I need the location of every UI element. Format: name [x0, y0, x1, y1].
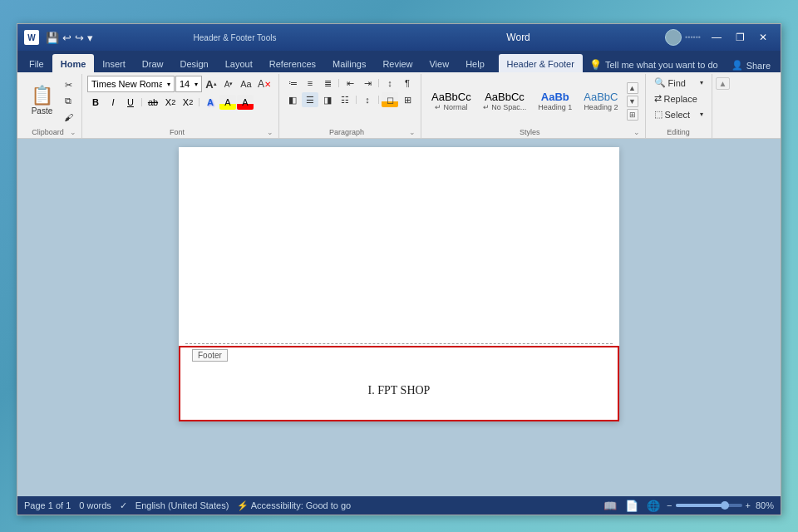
superscript-button[interactable]: X2: [180, 95, 196, 110]
page-content[interactable]: [179, 147, 619, 347]
tab-review[interactable]: Review: [374, 54, 421, 72]
bold-button[interactable]: B: [87, 95, 104, 110]
person-icon: 👤: [732, 60, 743, 71]
borders-button[interactable]: ⊞: [399, 92, 416, 107]
select-button[interactable]: ⬚ Select ▾: [651, 107, 707, 121]
paragraph-group: ≔ ≡ ≣ ⇤ ⇥ ↕ ¶ ◧ ☰ ◨ ☷ ↕: [279, 74, 421, 138]
replace-label: Replace: [664, 94, 697, 104]
find-button[interactable]: 🔍 Find ▾: [651, 76, 707, 90]
tab-view[interactable]: View: [421, 54, 457, 72]
highlight-button[interactable]: A: [219, 95, 236, 110]
numbering-button[interactable]: ≡: [302, 76, 318, 91]
justify-button[interactable]: ☷: [337, 92, 353, 107]
tab-draw[interactable]: Draw: [134, 54, 172, 72]
styles-dialog-launcher[interactable]: ⌄: [633, 128, 640, 136]
zoom-minus-button[interactable]: −: [667, 500, 672, 510]
cut-button[interactable]: ✂: [60, 78, 76, 93]
styles-expand[interactable]: ⊞: [627, 109, 638, 121]
footer-inner[interactable]: I. FPT SHOP: [180, 362, 618, 420]
page-count[interactable]: Page 1 of 1: [24, 500, 71, 510]
accessibility-status[interactable]: ⚡ Accessibility: Good to go: [237, 500, 351, 511]
font-size-selector[interactable]: 14 ▾: [175, 76, 202, 92]
shading-button[interactable]: ◻: [382, 92, 398, 107]
tab-insert[interactable]: Insert: [94, 54, 134, 72]
find-dropdown-icon: ▾: [700, 79, 703, 86]
read-mode-button[interactable]: 📖: [602, 499, 618, 512]
undo-button[interactable]: ↩: [62, 32, 71, 44]
replace-button[interactable]: ⇄ Replace: [651, 91, 707, 106]
web-layout-button[interactable]: 🌐: [645, 499, 662, 512]
italic-button[interactable]: I: [105, 95, 121, 110]
font-row2: B I U ab X2 X2 A A A: [87, 95, 273, 110]
styles-scroll-up[interactable]: ▲: [627, 82, 638, 94]
sort-button[interactable]: ↕: [382, 76, 398, 91]
minimize-button[interactable]: —: [706, 29, 727, 46]
text-effects-button[interactable]: A: [202, 95, 219, 110]
para-row1: ≔ ≡ ≣ ⇤ ⇥ ↕ ¶: [284, 76, 416, 91]
ribbon-collapse-button[interactable]: ▲: [716, 77, 731, 90]
para-dialog-launcher[interactable]: ⌄: [409, 128, 416, 136]
tab-design[interactable]: Design: [171, 54, 216, 72]
text-color-button[interactable]: A: [237, 95, 254, 110]
save-button[interactable]: 💾: [46, 32, 59, 44]
tab-file[interactable]: File: [21, 54, 52, 72]
underline-button[interactable]: U: [122, 95, 139, 110]
copy-button[interactable]: ⧉: [60, 94, 76, 109]
tab-help[interactable]: Help: [457, 54, 493, 72]
line-spacing-button[interactable]: ↕: [359, 92, 376, 107]
profile-avatar[interactable]: [665, 29, 682, 46]
align-center-button[interactable]: ☰: [302, 92, 318, 107]
word-icon: W: [24, 30, 39, 45]
share-button[interactable]: Share: [746, 61, 771, 71]
style-heading2[interactable]: AaBbC Heading 2: [579, 89, 623, 114]
title-bar-left: W 💾 ↩ ↪ ▾: [24, 30, 93, 45]
align-left-button[interactable]: ◧: [284, 92, 301, 107]
tab-header-footer[interactable]: Header & Footer: [499, 54, 583, 72]
bullets-button[interactable]: ≔: [284, 76, 301, 91]
strikethrough-button[interactable]: ab: [145, 95, 161, 110]
format-painter-button[interactable]: 🖌: [60, 110, 76, 125]
style-no-spacing[interactable]: AaBbCc ↵ No Spac...: [478, 89, 532, 114]
word-count[interactable]: 0 words: [79, 500, 111, 510]
clipboard-label: Clipboard: [26, 126, 70, 138]
language-indicator[interactable]: English (United States): [135, 500, 229, 510]
change-case-button[interactable]: Aa: [238, 76, 254, 91]
redo-button[interactable]: ↪: [75, 32, 84, 44]
tab-references[interactable]: References: [261, 54, 324, 72]
styles-scroll-down[interactable]: ▼: [627, 96, 638, 107]
restore-button[interactable]: ❐: [729, 29, 751, 46]
tab-layout[interactable]: Layout: [217, 54, 261, 72]
tab-home[interactable]: Home: [52, 54, 95, 72]
zoom-plus-button[interactable]: +: [746, 500, 751, 510]
font-label-row: Font ⌄: [87, 126, 273, 138]
multilevel-button[interactable]: ≣: [319, 76, 336, 91]
zoom-level[interactable]: 80%: [756, 500, 774, 510]
font-dialog-launcher[interactable]: ⌄: [267, 128, 273, 136]
status-bar: Page 1 of 1 0 words ✓ English (United St…: [17, 496, 781, 515]
tell-me-text[interactable]: Tell me what you want to do: [605, 60, 718, 70]
zoom-thumb[interactable]: [721, 501, 729, 510]
print-layout-button[interactable]: 📄: [623, 499, 640, 512]
clear-format-button[interactable]: A✕: [255, 76, 273, 91]
font-name-selector[interactable]: Times New Roman ▾: [87, 76, 175, 92]
title-bar: W 💾 ↩ ↪ ▾ Header & Footer Tools Word •••…: [17, 24, 781, 51]
close-button[interactable]: ✕: [752, 29, 774, 46]
align-right-button[interactable]: ◨: [319, 92, 336, 107]
subscript-button[interactable]: X2: [162, 95, 179, 110]
quick-access-more-button[interactable]: ▾: [87, 32, 93, 44]
style-normal[interactable]: AaBbCc ↵ Normal: [426, 89, 476, 114]
style-h2-label: Heading 2: [584, 103, 618, 111]
font-shrink-button[interactable]: A▾: [220, 76, 237, 91]
show-hide-button[interactable]: ¶: [399, 76, 416, 91]
font-grow-button[interactable]: A▴: [203, 76, 219, 92]
quick-access-toolbar: 💾 ↩ ↪ ▾: [46, 32, 93, 44]
decrease-indent-button[interactable]: ⇤: [342, 76, 358, 91]
increase-indent-button[interactable]: ⇥: [359, 76, 376, 91]
para-sep2: [378, 79, 379, 87]
paste-button[interactable]: 📋 Paste: [26, 83, 58, 119]
clipboard-dialog-launcher[interactable]: ⌄: [70, 128, 76, 136]
find-icon: 🔍: [654, 77, 666, 88]
style-heading1[interactable]: AaBb Heading 1: [533, 89, 577, 114]
tab-mailings[interactable]: Mailings: [324, 54, 374, 72]
style-nospace-preview: AaBbCc: [485, 91, 525, 104]
